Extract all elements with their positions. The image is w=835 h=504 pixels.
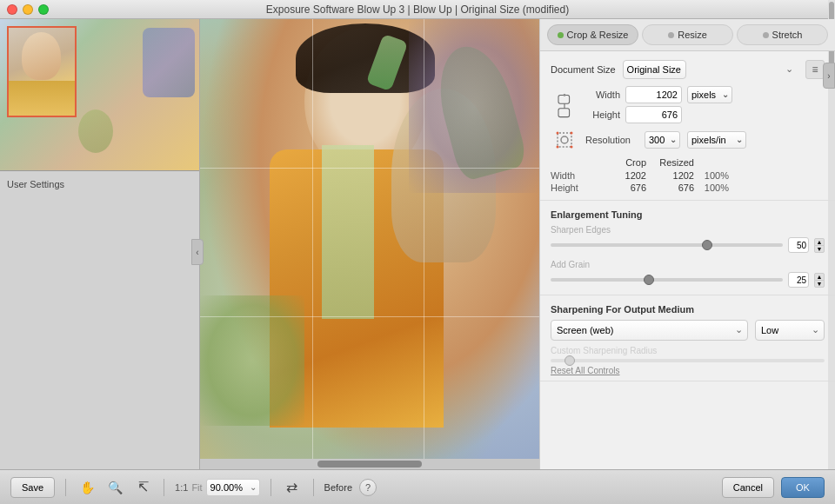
resolution-select[interactable]: 3007296150 (645, 131, 680, 149)
resolution-select-wrapper: 3007296150 ⌄ (645, 131, 680, 149)
custom-sharpening-section: Custom Sharpening Radius (551, 346, 825, 362)
reset-all-controls[interactable]: Reset All Controls (551, 366, 825, 375)
row-width-crop: 1202 (598, 170, 646, 181)
image-background (200, 19, 539, 469)
sharpen-edges-decrement[interactable]: ▼ (814, 245, 825, 253)
select-tool[interactable]: ↸ (132, 477, 153, 498)
before-button[interactable]: Before (324, 482, 352, 493)
tab-crop-resize[interactable]: Crop & Resize (547, 24, 638, 45)
separator-1 (65, 479, 66, 496)
separator-4 (313, 479, 314, 496)
tab-stretch[interactable]: Stretch (737, 24, 828, 45)
settings-button[interactable]: ≡ (805, 60, 825, 79)
width-unit-dropdown[interactable]: pixels inches (687, 86, 732, 103)
canvas-horizontal-scrollbar[interactable] (200, 459, 539, 469)
row-width-label: Width (551, 170, 598, 181)
enlargement-tuning-header: Enlargement Tuning (551, 209, 825, 220)
enlargement-tuning-section: Enlargement Tuning Sharpen Edges 50 ▲ ▼ (540, 201, 835, 295)
svg-point-9 (571, 146, 573, 149)
right-panel: Crop & Resize Resize Stretch Document Si… (539, 19, 835, 469)
cancel-button[interactable]: Cancel (722, 477, 774, 498)
svg-point-6 (557, 132, 559, 135)
zoom-tool[interactable]: 🔍 (104, 477, 125, 498)
resolution-unit-select[interactable]: pixels/inpixels/cm (687, 131, 746, 149)
width-label: Width (585, 90, 620, 100)
custom-sharp-track (551, 359, 825, 362)
resolution-label: Resolution (585, 135, 638, 145)
row-width-percent: 100% (694, 170, 729, 181)
table-header: Crop Resized (551, 157, 825, 168)
sharpen-edges-thumb[interactable] (702, 240, 712, 250)
scrollbar-thumb[interactable] (317, 461, 422, 468)
minimize-button[interactable] (23, 4, 33, 15)
add-grain-value: 25 (788, 272, 809, 288)
right-nav-arrow[interactable]: › (823, 63, 835, 89)
crop-resize-table: Crop Resized Width 1202 1202 100% Height (551, 157, 825, 193)
left-panel: User Settings (0, 19, 200, 469)
mode-tabs: Crop & Resize Resize Stretch (540, 19, 835, 51)
svg-rect-5 (558, 133, 571, 147)
row-width-resized: 1202 (646, 170, 694, 181)
height-input[interactable] (625, 106, 682, 123)
hand-tool[interactable]: ✋ (77, 477, 97, 498)
custom-sharp-label: Custom Sharpening Radius (551, 346, 825, 355)
save-button[interactable]: Save (10, 477, 55, 498)
add-grain-slider-row: 25 ▲ ▼ (551, 272, 825, 288)
close-button[interactable] (7, 4, 17, 15)
sharpening-output-header: Sharpening For Output Medium (551, 304, 825, 315)
width-input[interactable] (625, 86, 682, 103)
left-nav-arrow[interactable]: ‹ (191, 239, 204, 265)
zoom-select[interactable]: 90.00% 100% 50% 25% Fit (206, 479, 260, 496)
add-grain-stepper: ▲ ▼ (814, 273, 825, 288)
tab-resize[interactable]: Resize (642, 24, 733, 45)
help-button[interactable]: ? (359, 479, 377, 496)
window-title: Exposure Software Blow Up 3 | Blow Up | … (266, 3, 569, 16)
sharpen-edges-label: Sharpen Edges (551, 225, 620, 235)
doc-size-label: Document Size (551, 64, 616, 75)
dimension-fields: Width pixels inches ⌄ (585, 86, 825, 126)
doc-size-row: Document Size Original Size ≡ (551, 60, 825, 79)
ok-button[interactable]: OK (781, 477, 825, 498)
right-panel-content: Crop & Resize Resize Stretch Document Si… (540, 19, 835, 469)
svg-point-3 (564, 94, 566, 96)
svg-point-7 (571, 132, 573, 135)
zoom-area: 1:1 Fit 90.00% 100% 50% 25% Fit (175, 479, 260, 496)
row-height-percent: 100% (694, 182, 729, 193)
custom-sharp-thumb (564, 355, 575, 366)
svg-rect-2 (558, 109, 570, 117)
output-medium-row: Screen (web) Matte Paper Glossy Paper No… (551, 320, 825, 341)
link-icon (552, 94, 577, 118)
custom-sharp-slider-row (551, 359, 825, 362)
svg-point-4 (561, 136, 568, 143)
main-image (200, 19, 539, 469)
medium-select[interactable]: Screen (web) Matte Paper Glossy Paper (551, 320, 748, 341)
doc-size-select[interactable]: Original Size (623, 60, 686, 79)
right-panel-inner: Crop & Resize Resize Stretch Document Si… (540, 19, 835, 469)
add-grain-decrement[interactable]: ▼ (814, 280, 825, 288)
zoom-ratio: 1:1 (175, 482, 188, 493)
document-size-section: Document Size Original Size ≡ (540, 51, 835, 201)
title-bar: Exposure Software Blow Up 3 | Blow Up | … (0, 0, 835, 19)
user-settings-panel: User Settings (0, 171, 199, 469)
add-grain-thumb[interactable] (644, 275, 654, 285)
window-controls (7, 4, 49, 15)
thumbnail-area (0, 19, 199, 171)
width-row: Width pixels inches ⌄ (585, 86, 825, 103)
add-grain-label: Add Grain (551, 260, 620, 269)
level-select-wrapper: None Low Medium High (755, 320, 825, 341)
bottom-right-buttons: Cancel OK (722, 477, 825, 498)
bottom-toolbar: Save ✋ 🔍 ↸ 1:1 Fit 90.00% 100% 50% 25% F… (0, 469, 835, 504)
sharpen-edges-track[interactable] (551, 243, 783, 247)
tab-resize-label: Resize (678, 30, 707, 40)
before-after-icon[interactable]: ⇄ (282, 477, 303, 498)
canvas-area[interactable] (200, 19, 539, 469)
level-select[interactable]: None Low Medium High (755, 320, 825, 341)
width-unit-select: pixels inches ⌄ (687, 86, 732, 103)
row-height-crop: 676 (598, 182, 646, 193)
resolution-unit-wrapper: pixels/inpixels/cm ⌄ (687, 131, 746, 149)
add-grain-track[interactable] (551, 278, 783, 282)
user-settings-label: User Settings (7, 179, 64, 189)
height-label: Height (585, 109, 620, 120)
maximize-button[interactable] (38, 4, 49, 15)
zoom-fit-label: Fit (191, 482, 202, 493)
